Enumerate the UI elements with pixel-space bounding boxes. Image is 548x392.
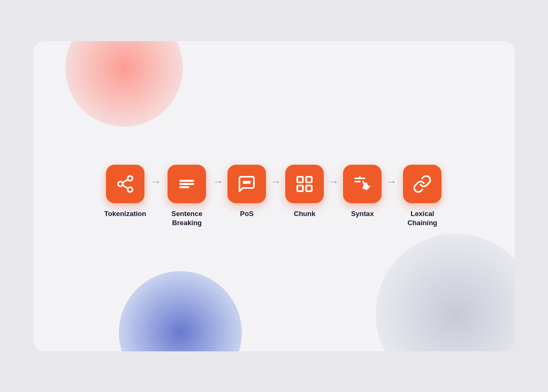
icon-box-lexical-chaining: [403, 165, 442, 203]
pipeline: Tokenization → Sentence Breaking →: [104, 165, 444, 228]
icon-box-syntax: A: [343, 165, 382, 203]
svg-rect-14: [306, 186, 312, 191]
link-icon: [413, 174, 432, 194]
icon-box-chunk: [285, 165, 324, 203]
grid-icon: [295, 174, 314, 194]
step-syntax: A Syntax: [343, 165, 382, 219]
svg-point-9: [246, 181, 248, 183]
label-pos: PoS: [240, 210, 254, 219]
main-card: Tokenization → Sentence Breaking →: [33, 41, 515, 351]
label-chunk: Chunk: [294, 210, 315, 219]
arrow-4: →: [324, 175, 343, 188]
svg-text:A: A: [363, 181, 369, 189]
share-icon: [116, 174, 135, 194]
blob-red: [65, 41, 183, 127]
text-lines-icon: [177, 174, 196, 194]
svg-rect-11: [298, 176, 303, 182]
label-tokenization: Tokenization: [104, 210, 146, 219]
step-sentence-breaking: Sentence Breaking: [165, 165, 208, 228]
translate-icon: A: [353, 174, 372, 194]
label-syntax: Syntax: [351, 210, 374, 219]
svg-rect-13: [298, 186, 303, 191]
blob-blue: [119, 271, 242, 351]
step-chunk: Chunk: [285, 165, 324, 219]
step-tokenization: Tokenization: [104, 165, 146, 219]
step-pos: PoS: [227, 165, 266, 219]
icon-box-pos: [227, 165, 266, 203]
icon-box-sentence-breaking: [168, 165, 206, 203]
step-lexical-chaining: Lexical Chaining: [401, 165, 444, 228]
svg-line-4: [123, 179, 128, 182]
arrow-2: →: [208, 175, 227, 188]
label-sentence-breaking: Sentence Breaking: [165, 210, 208, 228]
icon-box-tokenization: [106, 165, 144, 203]
label-lexical-chaining: Lexical Chaining: [401, 210, 444, 228]
chat-icon: [237, 174, 256, 194]
arrow-3: →: [266, 175, 285, 188]
arrow-1: →: [146, 175, 165, 188]
arrow-5: →: [382, 175, 401, 188]
svg-point-10: [248, 181, 250, 183]
svg-line-3: [123, 185, 128, 188]
svg-point-8: [243, 181, 245, 183]
svg-rect-12: [306, 176, 312, 182]
blob-gray: [376, 234, 515, 351]
